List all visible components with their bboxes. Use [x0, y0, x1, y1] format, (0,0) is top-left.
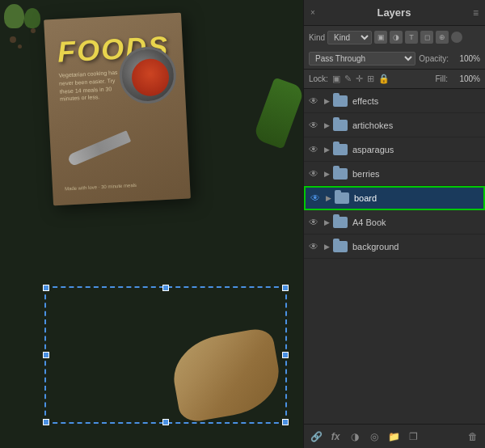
hop-cone-decoration-2	[24, 8, 40, 28]
lock-transparent-icon[interactable]: ▣	[332, 74, 340, 84]
layer-visibility-icon[interactable]: 👁	[307, 95, 320, 108]
layer-expand-icon[interactable]: ▶	[322, 96, 331, 106]
layer-expand-icon[interactable]: ▶	[322, 169, 331, 179]
book-cover: FOODS Vegetarian cooking has never been …	[44, 13, 191, 206]
panel-menu-icon[interactable]: ≡	[473, 7, 479, 19]
layer-name: artichokes	[352, 120, 482, 130]
selection-handle-rm[interactable]	[282, 352, 289, 358]
scatter-element	[10, 36, 16, 43]
hop-cone-decoration	[4, 4, 24, 28]
panel-close-icon[interactable]: ×	[310, 8, 315, 17]
layer-visibility-icon[interactable]: 👁	[307, 167, 320, 180]
layer-folder-icon	[333, 241, 348, 252]
layer-item[interactable]: 👁 ▶ A4 Book	[304, 210, 485, 235]
filter-pixel-icon[interactable]: ▣	[374, 31, 387, 44]
layer-visibility-icon[interactable]: 👁	[307, 143, 320, 156]
lock-image-icon[interactable]: ✎	[344, 74, 352, 84]
new-fill-icon[interactable]: ◎	[367, 429, 382, 444]
link-layers-icon[interactable]: 🔗	[309, 429, 323, 444]
mode-opacity-row: Pass Through Opacity: 100%	[304, 49, 485, 70]
layer-visibility-icon[interactable]: 👁	[309, 192, 322, 205]
layer-folder-icon	[333, 120, 348, 131]
panel-title: Layers	[377, 6, 411, 19]
layer-expand-icon[interactable]: ▶	[322, 145, 331, 154]
layer-visibility-icon[interactable]: 👁	[307, 240, 320, 253]
selection-handle-bm[interactable]	[162, 419, 169, 425]
layer-folder-icon	[335, 192, 349, 204]
layer-item[interactable]: 👁 ▶ berries	[304, 162, 485, 186]
panel-header: × Layers ≡	[304, 0, 485, 26]
layer-name: background	[352, 242, 482, 251]
layer-name: berries	[352, 169, 482, 179]
new-group-icon[interactable]: 📁	[386, 429, 401, 444]
layer-item[interactable]: 👁 ▶ effects	[304, 89, 485, 113]
add-style-icon[interactable]: fx	[328, 429, 343, 444]
filter-row: Kind Kind ▣ ◑ T ◻ ⊕	[304, 26, 485, 49]
layer-folder-icon	[333, 144, 348, 155]
selection-handle-br[interactable]	[282, 419, 289, 425]
layer-expand-icon[interactable]: ▶	[322, 120, 331, 130]
layer-item[interactable]: 👁 ▶ artichokes	[304, 113, 485, 137]
book-bottom-text: Made with love · 30 minute meals	[65, 183, 137, 192]
layer-expand-icon[interactable]: ▶	[322, 242, 331, 251]
filter-kind-label: Kind	[309, 33, 325, 42]
lock-artboard-icon[interactable]: ⊞	[367, 74, 374, 84]
selection-handle-bl[interactable]	[43, 419, 49, 425]
layer-name: effects	[352, 96, 482, 106]
blend-mode-select[interactable]: Pass Through	[309, 52, 415, 66]
layer-folder-icon	[333, 168, 348, 180]
layer-expand-icon[interactable]: ▶	[323, 193, 333, 203]
filter-shape-icon[interactable]: ◻	[420, 31, 433, 44]
layer-folder-icon	[333, 95, 348, 107]
layer-name: asparagus	[352, 145, 482, 154]
opacity-value[interactable]: 100%	[452, 54, 480, 63]
delete-layer-icon[interactable]: 🗑	[466, 429, 480, 444]
layer-visibility-icon[interactable]: 👁	[307, 216, 320, 229]
layer-expand-icon[interactable]: ▶	[322, 218, 331, 227]
selection-handle-lm[interactable]	[43, 352, 49, 358]
spoon-element	[67, 130, 132, 167]
lock-row: Lock: ▣ ✎ ✛ ⊞ 🔒 Fill: 100%	[304, 70, 485, 89]
fill-value[interactable]: 100%	[452, 74, 480, 83]
soup-element	[131, 58, 170, 97]
layers-list: 👁 ▶ effects 👁 ▶ artichokes 👁 ▶ asparagus	[304, 89, 485, 424]
layers-bottom-toolbar: 🔗 fx ◑ ◎ 📁 ❐ 🗑	[304, 424, 485, 448]
lock-all-icon[interactable]: 🔒	[378, 74, 390, 84]
layer-name: A4 Book	[352, 218, 482, 227]
layer-item[interactable]: 👁 ▶ asparagus	[304, 137, 485, 162]
add-mask-icon[interactable]: ◑	[348, 429, 362, 444]
filter-type-icon[interactable]: T	[405, 31, 418, 44]
filter-adjust-icon[interactable]: ◑	[390, 31, 403, 44]
app-container: FOODS Vegetarian cooking has never been …	[0, 0, 485, 448]
layer-name: board	[354, 193, 480, 203]
filter-toggle-icon[interactable]	[451, 32, 462, 43]
lock-label: Lock:	[309, 74, 328, 83]
selection-handle-tm[interactable]	[162, 285, 169, 291]
scatter-element	[31, 28, 36, 33]
selection-handle-tl[interactable]	[43, 285, 49, 291]
layer-item-selected[interactable]: 👁 ▶ board	[304, 186, 485, 210]
book-subtitle-text: Vegetarian cooking has never been easier…	[58, 69, 124, 104]
fill-label: Fill:	[435, 74, 448, 83]
selection-box	[44, 286, 287, 424]
layer-folder-icon	[333, 217, 348, 228]
scatter-element	[18, 44, 22, 49]
filter-kind-select[interactable]: Kind	[327, 31, 372, 44]
layer-visibility-icon[interactable]: 👁	[307, 119, 320, 132]
layers-panel: × Layers ≡ Kind Kind ▣ ◑ T ◻ ⊕ Pass Thro…	[303, 0, 485, 448]
canvas-area[interactable]: FOODS Vegetarian cooking has never been …	[0, 0, 303, 448]
selection-handle-tr[interactable]	[282, 285, 289, 291]
new-layer-icon[interactable]: ❐	[406, 429, 420, 444]
opacity-label: Opacity:	[419, 54, 449, 63]
lock-position-icon[interactable]: ✛	[356, 74, 363, 84]
filter-smart-icon[interactable]: ⊕	[436, 31, 449, 44]
layer-item[interactable]: 👁 ▶ background	[304, 235, 485, 259]
